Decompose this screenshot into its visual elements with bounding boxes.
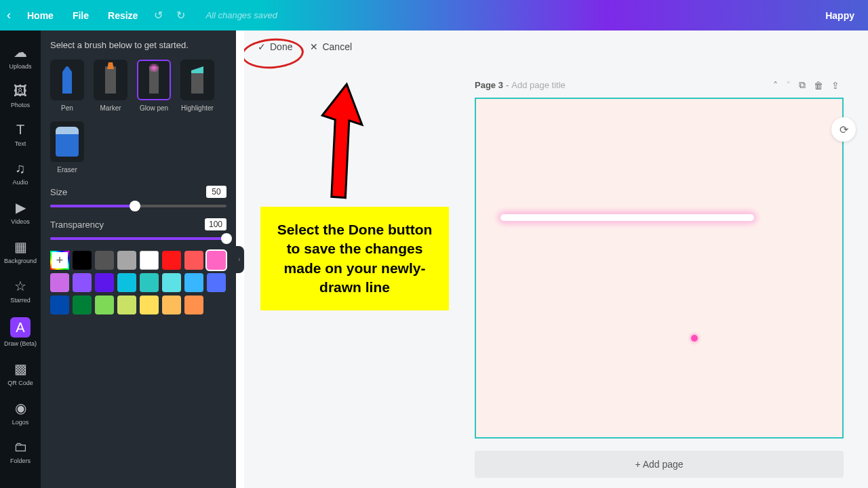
top-bar: ‹ Home File Resize ↺ ↻ All changes saved… <box>0 0 868 30</box>
color-swatch[interactable] <box>95 296 114 314</box>
collapse-panel-icon[interactable]: ‹ <box>235 246 244 273</box>
qrcode-icon: ▩ <box>14 361 27 377</box>
color-swatch[interactable] <box>140 296 159 314</box>
brush-marker[interactable]: Marker <box>94 60 127 112</box>
delete-page-icon[interactable]: 🗑 <box>810 77 827 94</box>
annotation-arrow-icon <box>292 78 366 200</box>
cloud-upload-icon: ☁ <box>14 44 27 60</box>
color-swatch[interactable] <box>73 273 92 292</box>
file-menu[interactable]: File <box>63 6 98 25</box>
panel-hint: Select a brush below to get started. <box>50 40 226 50</box>
color-swatch[interactable] <box>117 251 136 270</box>
undo-icon[interactable]: ↺ <box>147 5 170 26</box>
edit-bar: ✓Done ✕Cancel <box>244 37 868 56</box>
duplicate-page-icon[interactable]: ⧉ <box>795 77 810 94</box>
redo-icon[interactable]: ↻ <box>170 5 192 26</box>
color-swatch[interactable] <box>50 273 69 292</box>
color-palette: + <box>50 251 226 314</box>
nav-qrcode[interactable]: ▩QR Code <box>0 354 41 393</box>
color-swatch[interactable] <box>162 296 181 314</box>
photo-icon: 🖼 <box>14 83 27 99</box>
brush-pen[interactable]: Pen <box>50 60 84 112</box>
share-page-icon[interactable]: ⇪ <box>827 77 844 94</box>
color-swatch[interactable] <box>140 251 159 270</box>
color-swatch[interactable] <box>162 273 181 292</box>
color-swatch[interactable] <box>73 251 92 270</box>
nav-logos[interactable]: ◉Logos <box>0 393 41 432</box>
brush-highlighter[interactable]: Highlighter <box>180 60 214 112</box>
nav-uploads[interactable]: ☁Uploads <box>0 37 41 77</box>
color-swatch[interactable] <box>162 251 181 270</box>
color-swatch[interactable] <box>140 273 159 292</box>
add-page-button[interactable]: + Add page <box>475 451 844 478</box>
close-icon: ✕ <box>310 41 318 52</box>
brush-glow-pen[interactable]: Glow pen <box>137 60 171 112</box>
nav-rail: ☁Uploads 🖼Photos TText ♫Audio ▶Videos ▦B… <box>0 30 41 488</box>
audio-icon: ♫ <box>16 161 26 176</box>
color-swatch[interactable] <box>95 273 114 292</box>
page-header: Page 3 - Add page title ˄ ˅ ⧉ 🗑 ⇪ <box>475 77 844 94</box>
canvas-area: ✓Done ✕Cancel Select the Done button to … <box>244 30 868 488</box>
color-picker-button[interactable]: + <box>50 251 69 270</box>
save-status: All changes saved <box>205 10 277 20</box>
color-swatch[interactable] <box>117 296 136 314</box>
color-swatch[interactable] <box>184 296 203 314</box>
color-swatch[interactable] <box>117 273 136 292</box>
brush-eraser[interactable]: Eraser <box>50 121 84 174</box>
cancel-button[interactable]: ✕Cancel <box>303 37 359 56</box>
color-swatch[interactable] <box>207 251 226 270</box>
page-number: Page 3 <box>475 80 503 90</box>
draw-panel: Select a brush below to get started. Pen… <box>41 30 236 488</box>
star-icon: ☆ <box>14 278 26 294</box>
done-button[interactable]: ✓Done <box>251 37 299 56</box>
back-icon[interactable]: ‹ <box>7 8 11 22</box>
check-icon: ✓ <box>258 41 266 52</box>
nav-draw[interactable]: ADraw (Beta) <box>0 310 41 354</box>
brush-cursor <box>691 335 698 342</box>
draw-icon: A <box>16 320 24 336</box>
resize-menu[interactable]: Resize <box>98 6 147 25</box>
color-swatch[interactable] <box>184 273 203 292</box>
refresh-icon[interactable]: ⟳ <box>831 117 856 142</box>
color-swatch[interactable] <box>184 251 203 270</box>
color-swatch[interactable] <box>50 296 69 314</box>
text-icon: T <box>16 122 24 138</box>
page-up-icon[interactable]: ˄ <box>769 77 782 94</box>
color-swatch[interactable] <box>95 251 114 270</box>
video-icon: ▶ <box>16 199 26 216</box>
nav-text[interactable]: TText <box>0 115 41 154</box>
folder-icon: 🗀 <box>14 439 27 455</box>
home-menu[interactable]: Home <box>18 6 63 25</box>
nav-starred[interactable]: ☆Starred <box>0 271 41 310</box>
page-canvas[interactable] <box>475 98 844 439</box>
size-slider[interactable]: Size50 <box>50 186 226 207</box>
color-swatch[interactable] <box>207 273 226 292</box>
transparency-slider[interactable]: Transparency100 <box>50 218 226 240</box>
drawn-stroke[interactable] <box>500 214 754 221</box>
logo-icon: ◉ <box>15 400 26 416</box>
page-title-input[interactable]: Add page title <box>511 80 566 90</box>
nav-photos[interactable]: 🖼Photos <box>0 77 41 115</box>
page-down-icon[interactable]: ˅ <box>782 77 795 94</box>
nav-background[interactable]: ▦Background <box>0 232 41 271</box>
nav-audio[interactable]: ♫Audio <box>0 154 41 192</box>
background-icon: ▦ <box>14 239 27 255</box>
user-name[interactable]: Happy <box>825 10 861 21</box>
annotation-callout: Select the Done button to save the chang… <box>260 207 449 310</box>
color-swatch[interactable] <box>73 296 92 314</box>
nav-videos[interactable]: ▶Videos <box>0 192 41 232</box>
nav-folders[interactable]: 🗀Folders <box>0 432 41 471</box>
